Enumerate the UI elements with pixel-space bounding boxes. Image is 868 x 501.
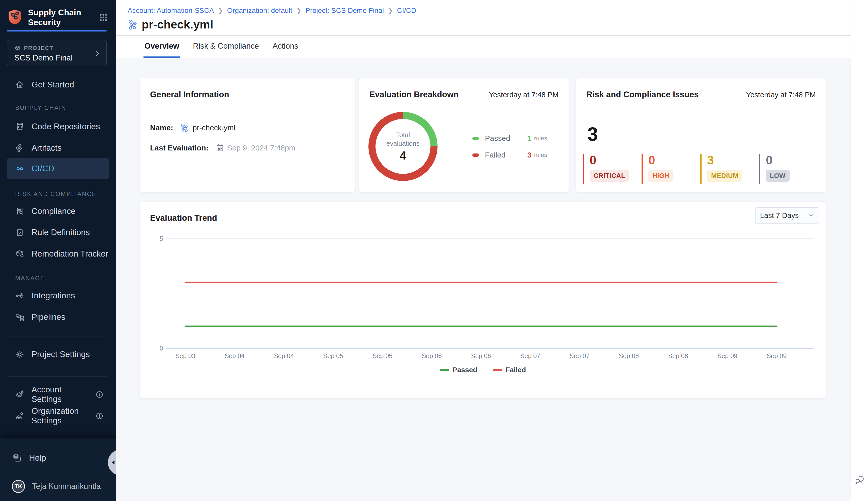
evaluations-donut-chart: Total evaluations 4 xyxy=(365,109,441,184)
main-area: Account: Automation-SSCA ❯ Organization:… xyxy=(116,0,850,501)
home-icon xyxy=(15,80,24,89)
project-selector[interactable]: PROJECT SCS Demo Final xyxy=(7,40,107,66)
failed-line-icon xyxy=(493,369,502,371)
pipeline-dag-icon xyxy=(180,123,190,132)
name-value: pr-check.yml xyxy=(180,123,236,132)
content-area: General Information Name: pr-check.yml xyxy=(116,58,850,501)
x-axis-label: Sep 07 xyxy=(513,352,548,360)
total-issues-count: 3 xyxy=(587,123,598,145)
failed-pill-icon xyxy=(472,153,479,157)
x-axis-label: Sep 06 xyxy=(463,352,499,360)
tab-risk-compliance[interactable]: Risk & Compliance xyxy=(192,36,260,58)
tab-overview[interactable]: Overview xyxy=(144,36,180,58)
x-axis-label: Sep 05 xyxy=(365,352,400,360)
info-icon[interactable] xyxy=(95,390,104,399)
pipeline-dag-icon xyxy=(128,19,138,30)
cicd-infinity-icon xyxy=(15,164,24,173)
sidebar-item-pipelines[interactable]: Pipelines xyxy=(7,307,109,328)
pipeline-file-name: pr-check.yml xyxy=(193,124,236,132)
app-title: Supply Chain Security xyxy=(28,8,81,27)
package-tag-icon xyxy=(15,249,24,258)
sidebar-item-label: Remediation Tracker xyxy=(32,249,108,258)
severity-critical: 0 CRITICAL xyxy=(583,154,641,184)
page-title-row: pr-check.yml xyxy=(128,18,213,31)
cube-icon xyxy=(14,45,21,51)
breakdown-legend: Passed 1 rules Failed 3 rules xyxy=(472,130,547,163)
breadcrumb-title-band: Account: Automation-SSCA ❯ Organization:… xyxy=(116,0,850,36)
sidebar-item-label: Pipelines xyxy=(32,312,65,322)
user-menu[interactable]: TK Teja Kummarikuntla xyxy=(7,476,109,497)
clipboard-check-icon xyxy=(15,228,24,237)
medium-count: 3 xyxy=(707,154,759,166)
sidebar-item-artifacts[interactable]: Artifacts xyxy=(7,137,109,159)
help-label: Help xyxy=(29,453,46,463)
legend-unit: rules xyxy=(534,151,547,159)
avatar: TK xyxy=(12,480,25,493)
right-rail xyxy=(850,0,868,501)
severity-breakdown: 0 CRITICAL 0 HIGH 3 MEDIUM 0 LOW xyxy=(583,154,818,184)
low-count: 0 xyxy=(766,154,818,166)
sidebar-item-compliance[interactable]: Compliance xyxy=(7,201,109,222)
sidebar-item-get-started[interactable]: Get Started xyxy=(7,74,109,95)
info-icon[interactable] xyxy=(95,411,104,420)
passed-pill-icon xyxy=(472,137,479,140)
sidebar-item-integrations[interactable]: Integrations xyxy=(7,285,109,306)
supply-chain-security-logo-icon xyxy=(7,9,23,26)
sidebar-item-label: Artifacts xyxy=(32,143,62,153)
breadcrumb-separator: ❯ xyxy=(218,7,223,14)
calendar-icon xyxy=(216,143,224,152)
tab-actions[interactable]: Actions xyxy=(272,36,299,58)
critical-badge: CRITICAL xyxy=(589,170,629,182)
x-axis-label: Sep 08 xyxy=(660,352,696,360)
critical-count: 0 xyxy=(589,154,641,166)
x-axis-label: Sep 05 xyxy=(315,352,351,360)
last-evaluation-date: Sep 9, 2024 7:48pm xyxy=(227,143,295,152)
sidebar-item-account-settings[interactable]: Account Settings xyxy=(7,384,109,405)
breadcrumb: Account: Automation-SSCA ❯ Organization:… xyxy=(128,7,416,14)
last-evaluation-value: Sep 9, 2024 7:48pm xyxy=(216,143,295,152)
x-axis-label: Sep 09 xyxy=(759,352,794,360)
y-axis-label: 5 xyxy=(160,235,163,242)
evaluation-trend-card: Evaluation Trend Last 7 Days 50 Sep 03Se… xyxy=(140,202,826,398)
passed-count: 1 xyxy=(527,134,532,143)
legend-item-failed[interactable]: Failed xyxy=(493,366,526,374)
donut-center-label: Total evaluations 4 xyxy=(365,109,441,184)
x-axis-label: Sep 07 xyxy=(562,352,597,360)
sidebar-item-organization-settings[interactable]: Organization Settings xyxy=(7,405,109,426)
page-header: Account: Automation-SSCA ❯ Organization:… xyxy=(116,0,850,58)
gear-icon xyxy=(15,350,24,359)
severity-low: 0 LOW xyxy=(759,154,818,184)
app-logo-row: Supply Chain Security xyxy=(7,8,108,27)
sidebar-item-project-settings[interactable]: Project Settings xyxy=(7,344,109,365)
card-title: General Information xyxy=(150,90,229,99)
legend-unit: rules xyxy=(534,135,547,142)
module-grid-icon[interactable] xyxy=(99,13,108,22)
general-information-card: General Information Name: pr-check.yml xyxy=(140,78,355,192)
chat-support-icon[interactable] xyxy=(854,474,865,486)
help-button[interactable]: ? Help xyxy=(7,447,109,469)
sidebar-item-label: Compliance xyxy=(32,206,75,216)
total-evaluations-count: 4 xyxy=(400,149,406,162)
sidebar-item-label: CI/CD xyxy=(32,164,54,173)
section-header-risk-and-compliance: RISK AND COMPLIANCE xyxy=(15,191,97,198)
legend-label: Passed xyxy=(453,366,477,374)
sidebar-item-rule-definitions[interactable]: Rule Definitions xyxy=(7,222,109,243)
breadcrumb-organization[interactable]: Organization: default xyxy=(227,7,292,14)
sidebar-item-label: Project Settings xyxy=(32,350,90,359)
breadcrumb-project[interactable]: Project: SCS Demo Final xyxy=(305,7,384,14)
sidebar-item-label: Get Started xyxy=(32,80,74,89)
sidebar-item-code-repositories[interactable]: Code Repositories xyxy=(7,116,109,137)
breadcrumb-account[interactable]: Account: Automation-SSCA xyxy=(128,7,214,14)
breadcrumb-cicd[interactable]: CI/CD xyxy=(397,7,416,14)
severity-medium: 3 MEDIUM xyxy=(700,154,759,184)
accent-divider xyxy=(7,30,107,32)
legend-row-failed: Failed 3 rules xyxy=(472,147,547,163)
legend-item-passed[interactable]: Passed xyxy=(440,366,477,374)
last-evaluation-row: Last Evaluation: Sep 9, 2024 7:48pm xyxy=(150,140,295,156)
x-axis-label: Sep 04 xyxy=(217,352,252,360)
x-axis-label: Sep 08 xyxy=(611,352,647,360)
legend-row-passed: Passed 1 rules xyxy=(472,130,547,147)
sidebar-item-cicd[interactable]: CI/CD xyxy=(7,158,109,179)
medium-badge: MEDIUM xyxy=(707,170,742,182)
sidebar-item-remediation-tracker[interactable]: Remediation Tracker xyxy=(7,243,109,264)
